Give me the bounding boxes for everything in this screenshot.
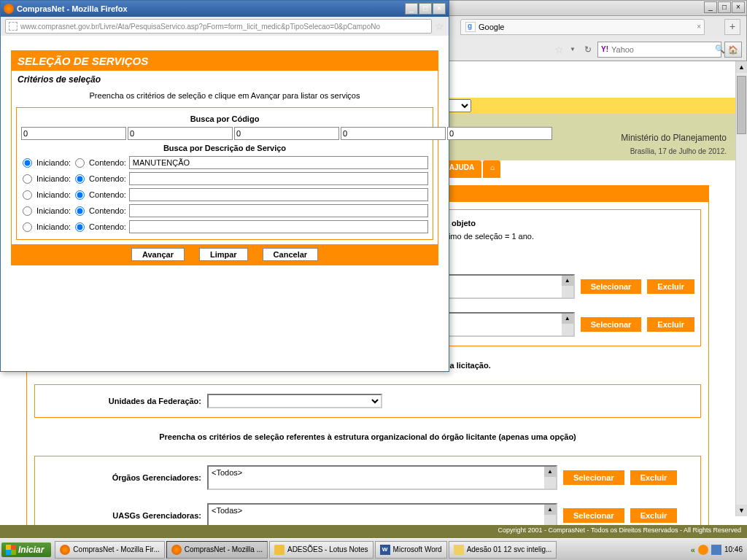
desc-row-4: Iniciando: Contendo:	[21, 203, 428, 219]
scroll-up-icon[interactable]: ▲	[736, 61, 747, 73]
desc-input-3[interactable]	[129, 188, 428, 201]
uasgs-listbox[interactable]: <Todas>▲	[207, 503, 557, 528]
cont-radio-4[interactable]	[75, 206, 85, 216]
bg-scrollbar[interactable]: ▲ ▼	[735, 61, 747, 516]
task-folder[interactable]: Adesão 01 12 svc intelig...	[449, 541, 557, 559]
copyright-bar: Copyright 2001 - ComprasNet - Todos os D…	[0, 525, 747, 538]
url-dropdown-icon[interactable]: ▼	[567, 46, 578, 52]
exclude-button-1[interactable]: Excluir	[647, 279, 694, 294]
windows-icon	[6, 545, 16, 555]
code-input-4[interactable]	[341, 127, 446, 140]
advance-button[interactable]: Avançar	[131, 248, 185, 261]
page-icon	[9, 22, 18, 31]
bg-close-button[interactable]: ×	[732, 1, 745, 13]
code-search-label: Busca por Código	[21, 112, 428, 125]
taskbar: Iniciar ComprasNet - Mozilla Fir... Comp…	[0, 538, 747, 560]
tray-icon-1[interactable]	[698, 545, 708, 555]
bg-tab-close-icon[interactable]: ×	[697, 23, 701, 31]
select-button-1[interactable]: Selecionar	[581, 279, 642, 294]
cancel-button[interactable]: Cancelar	[263, 248, 318, 261]
cont-radio-3[interactable]	[75, 190, 85, 200]
bg-home-button[interactable]: 🏠	[724, 42, 742, 58]
google-icon	[465, 22, 476, 32]
select-button-2[interactable]: Selecionar	[581, 317, 642, 332]
cont-radio-5[interactable]	[75, 222, 85, 232]
desc-input-5[interactable]	[129, 220, 428, 233]
word-icon: W	[380, 545, 390, 555]
bg-tab-google[interactable]: Google ×	[460, 19, 705, 35]
orgaos-select-button[interactable]: Selecionar	[563, 470, 624, 485]
bg-search-input[interactable]	[611, 45, 712, 54]
desc-input-4[interactable]	[129, 204, 428, 217]
bg-search-box[interactable]: Y! 🔍	[597, 42, 721, 58]
uasgs-label: UASGs Gerenciadoras:	[41, 511, 201, 520]
popup-close-button[interactable]: ×	[433, 3, 446, 15]
popup-maximize-button[interactable]: □	[419, 3, 432, 15]
uf-label: Unidades da Federação:	[41, 397, 201, 405]
popup-title: ComprasNet - Mozilla Firefox	[17, 4, 128, 13]
desc-row-5: Iniciando: Contendo:	[21, 219, 428, 235]
orgaos-listbox[interactable]: <Todos>▲	[207, 465, 557, 490]
init-radio-3[interactable]	[23, 190, 32, 200]
uf-select[interactable]	[207, 394, 382, 408]
popup-url-bar: www.comprasnet.gov.br/Livre/Ata/Pesquisa…	[1, 17, 449, 36]
task-lotus[interactable]: ADESÕES - Lotus Notes	[269, 541, 374, 559]
task-word[interactable]: WMicrosoft Word	[375, 541, 447, 559]
bg-maximize-button[interactable]: □	[718, 1, 731, 13]
cont-radio-1[interactable]	[75, 158, 85, 168]
desc-input-1[interactable]	[129, 156, 428, 169]
desc-row-3: Iniciando: Contendo:	[21, 187, 428, 203]
desc-row-1: Iniciando: Contendo:	[21, 155, 428, 171]
nav-home-button[interactable]: ⌂	[483, 160, 500, 178]
clock[interactable]: 10:46	[724, 545, 743, 553]
init-radio-5[interactable]	[23, 222, 32, 232]
lotus-icon	[274, 545, 285, 555]
popup-url-field[interactable]: www.comprasnet.gov.br/Livre/Ata/Pesquisa…	[5, 19, 432, 34]
clear-button[interactable]: Limpar	[199, 248, 248, 261]
uasgs-exclude-button[interactable]: Excluir	[630, 508, 678, 523]
code-input-2[interactable]	[128, 127, 233, 140]
orgaos-label: Órgãos Gerenciadores:	[41, 473, 201, 482]
uasgs-select-button[interactable]: Selecionar	[563, 508, 624, 523]
module-instruction: Preencha os critérios de seleção e cliqu…	[12, 88, 438, 103]
scroll-thumb[interactable]	[737, 76, 746, 134]
desc-row-2: Iniciando: Contendo:	[21, 171, 428, 187]
exclude-button-2[interactable]: Excluir	[647, 317, 694, 332]
popup-window: ComprasNet - Mozilla Firefox _ □ × www.c…	[0, 0, 449, 372]
start-button[interactable]: Iniciar	[1, 542, 51, 557]
bg-minimize-button[interactable]: _	[704, 1, 717, 13]
bg-tab-label: Google	[479, 23, 504, 31]
scroll-down-icon[interactable]: ▼	[736, 505, 747, 516]
code-inputs-row	[21, 125, 428, 141]
module-footer: Avançar Limpar Cancelar	[12, 244, 438, 265]
reload-button[interactable]: ↻	[581, 44, 595, 55]
task-firefox-1[interactable]: ComprasNet - Mozilla Fir...	[55, 541, 164, 559]
popup-bookmark-icon[interactable]: ☆	[435, 20, 444, 32]
bg-section-uf: Unidades da Federação:	[34, 384, 701, 418]
search-panel: Busca por Código Busca por Descrição de …	[16, 107, 433, 240]
search-icon[interactable]: 🔍	[715, 44, 725, 55]
init-radio-1[interactable]	[23, 158, 32, 168]
tray-expand-icon[interactable]: «	[691, 545, 695, 554]
task-firefox-2[interactable]: ComprasNet - Mozilla ...	[166, 541, 268, 559]
code-input-5[interactable]	[447, 127, 552, 140]
popup-minimize-button[interactable]: _	[405, 3, 418, 15]
desc-input-2[interactable]	[129, 172, 428, 185]
module-title: SELEÇÃO DE SERVIÇOS	[12, 51, 438, 71]
init-radio-4[interactable]	[23, 206, 32, 216]
bg-new-tab-button[interactable]: +	[724, 19, 740, 35]
init-radio-2[interactable]	[23, 174, 32, 184]
code-input-1[interactable]	[21, 127, 126, 140]
cont-radio-2[interactable]	[75, 174, 85, 184]
firefox-icon	[171, 545, 182, 555]
popup-titlebar[interactable]: ComprasNet - Mozilla Firefox _ □ ×	[1, 1, 449, 17]
desc-search-label: Busca por Descrição de Serviço	[21, 141, 428, 155]
bookmark-star-icon[interactable]: ☆	[554, 44, 564, 55]
firefox-icon	[4, 4, 14, 14]
yahoo-icon: Y!	[601, 45, 608, 53]
orgaos-exclude-button[interactable]: Excluir	[630, 470, 678, 485]
popup-content: SELEÇÃO DE SERVIÇOS Critérios de seleção…	[1, 36, 449, 280]
instr-org: Preencha os critérios de seleção referen…	[27, 425, 708, 448]
code-input-3[interactable]	[234, 127, 339, 140]
tray-icon-2[interactable]	[711, 545, 721, 555]
